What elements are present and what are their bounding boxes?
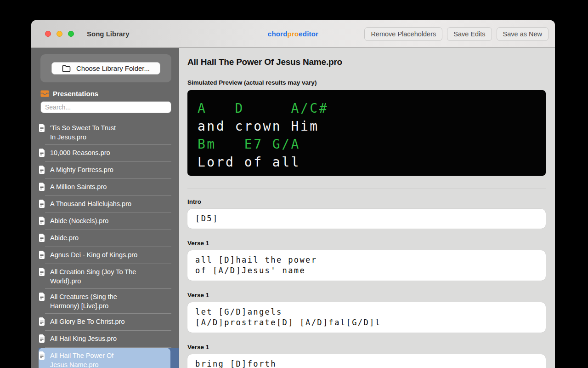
list-item[interactable]: Agnus Dei - King of Kings.pro — [39, 247, 179, 264]
song-label: All Hail King Jesus.pro — [50, 334, 117, 343]
preview-label: Simulated Preview (actual results may va… — [187, 79, 546, 86]
song-label: 'Tis So Sweet To Trust In Jesus.pro — [50, 123, 116, 142]
preview-line: and crown Him — [198, 117, 536, 135]
list-item[interactable]: 10,000 Reasons.pro — [39, 145, 179, 162]
app-logo: chordproeditor — [268, 30, 318, 38]
window-title: Song Library — [87, 30, 130, 38]
logo-part-editor: editor — [299, 30, 318, 38]
song-section: Verse 1 let [G/D]angels [A/D]prostrate[D… — [187, 292, 546, 333]
title-bar: Song Library chordproeditor Remove Place… — [31, 20, 555, 48]
logo-part-pro: pro — [288, 30, 299, 38]
toolbar-button[interactable]: Save Edits — [447, 27, 492, 41]
document-icon — [39, 293, 45, 303]
choose-library-folder-button[interactable]: Choose Library Folder... — [51, 62, 160, 75]
section-label: Verse 1 — [187, 240, 546, 247]
preview-line: Bm E7 G/A — [198, 135, 536, 153]
song-list: 'Tis So Sweet To Trust In Jesus.pro 10,0… — [39, 120, 179, 368]
section-card[interactable]: bring [D]forth the ro[D/F#]yal[D] di[D]a… — [187, 354, 546, 368]
song-label: A Mighty Fortress.pro — [50, 165, 113, 174]
document-icon — [39, 268, 45, 278]
section-card[interactable]: all [D]hail the power of [A/D]Jesus' nam… — [187, 250, 546, 281]
document-icon — [39, 217, 45, 227]
document-icon — [39, 334, 45, 345]
window-controls — [45, 31, 74, 37]
toolbar: Remove PlaceholdersSave EditsSave as New — [364, 27, 548, 41]
list-item[interactable]: A Thousand Hallelujahs.pro — [39, 196, 179, 213]
document-icon — [39, 166, 45, 176]
list-item[interactable]: All Glory Be To Christ.pro — [39, 314, 179, 331]
preview-area: All Hail The Power Of Jesus Name.pro Sim… — [179, 48, 555, 189]
song-section: Verse 1 all [D]hail the power of [A/D]Je… — [187, 240, 546, 281]
song-section: Verse 1 bring [D]forth the ro[D/F#]yal[D… — [187, 344, 546, 368]
preview-line: A D A/C# — [198, 99, 536, 117]
preview-line: Lord of all — [198, 153, 536, 171]
toolbar-button[interactable]: Save as New — [497, 27, 548, 41]
document-icon — [39, 251, 45, 261]
list-item[interactable]: All Hail King Jesus.pro — [39, 331, 179, 348]
toolbar-button[interactable]: Remove Placeholders — [364, 27, 442, 41]
search-input[interactable] — [40, 101, 171, 113]
song-label: A Million Saints.pro — [50, 182, 107, 191]
song-sections: Intro [D5] Verse 1 all [D]hail the power… — [179, 189, 555, 368]
document-icon — [39, 124, 45, 134]
document-icon — [39, 351, 45, 362]
document-icon — [39, 200, 45, 210]
song-label: Abide.pro — [50, 233, 79, 242]
list-item[interactable]: A Million Saints.pro — [39, 179, 179, 196]
zoom-button[interactable] — [68, 31, 74, 37]
preview-box: A D A/C#and crown HimBm E7 G/ALord of al… — [187, 90, 546, 176]
section-label: Intro — [187, 198, 546, 205]
list-item[interactable]: 'Tis So Sweet To Trust In Jesus.pro — [39, 120, 179, 145]
logo-part-chord: chord — [268, 30, 288, 38]
list-item[interactable]: Abide (Nockels).pro — [39, 213, 179, 230]
song-label: All Creation Sing (Joy To The World).pro — [50, 267, 136, 286]
list-item[interactable]: All Hail The Power Of Jesus Name.pro — [39, 348, 179, 368]
song-label: Abide (Nockels).pro — [50, 216, 108, 225]
list-item[interactable]: Abide.pro — [39, 230, 179, 247]
song-section: Intro [D5] — [187, 198, 546, 229]
page-title: All Hail The Power Of Jesus Name.pro — [187, 57, 546, 67]
document-icon — [39, 183, 45, 193]
list-item[interactable]: All Creatures (Sing the Harmony) [Live].… — [39, 289, 179, 314]
main-panel: All Hail The Power Of Jesus Name.pro Sim… — [179, 48, 555, 368]
document-icon — [39, 234, 45, 244]
list-item[interactable]: A Mighty Fortress.pro — [39, 162, 179, 179]
song-label: A Thousand Hallelujahs.pro — [50, 199, 131, 208]
song-label: Agnus Dei - King of Kings.pro — [50, 250, 137, 259]
window-content: Choose Library Folder... Presentations — [31, 48, 555, 368]
song-label: All Hail The Power Of Jesus Name.pro — [50, 351, 113, 368]
library-folder-panel: Choose Library Folder... — [40, 54, 171, 82]
document-icon — [39, 317, 45, 328]
folder-icon — [62, 65, 71, 72]
minimize-button[interactable] — [57, 31, 62, 37]
section-card[interactable]: let [G/D]angels [A/D]prostrate[D] [A/D]f… — [187, 302, 546, 333]
close-button[interactable] — [45, 31, 51, 37]
song-label: All Creatures (Sing the Harmony) [Live].… — [50, 292, 117, 310]
sidebar: Choose Library Folder... Presentations — [31, 48, 179, 368]
song-label: 10,000 Reasons.pro — [50, 148, 110, 157]
section-label: Verse 1 — [187, 292, 546, 299]
tray-icon — [40, 90, 49, 98]
presentations-label: Presentations — [53, 90, 98, 98]
app-window: Song Library chordproeditor Remove Place… — [31, 20, 555, 368]
section-label: Verse 1 — [187, 344, 546, 351]
list-item[interactable]: All Creation Sing (Joy To The World).pro — [39, 264, 179, 289]
song-label: All Glory Be To Christ.pro — [50, 317, 125, 326]
document-icon — [39, 149, 45, 159]
section-card[interactable]: [D5] — [187, 209, 546, 229]
choose-library-folder-label: Choose Library Folder... — [76, 64, 150, 72]
presentations-header: Presentations — [40, 90, 171, 98]
